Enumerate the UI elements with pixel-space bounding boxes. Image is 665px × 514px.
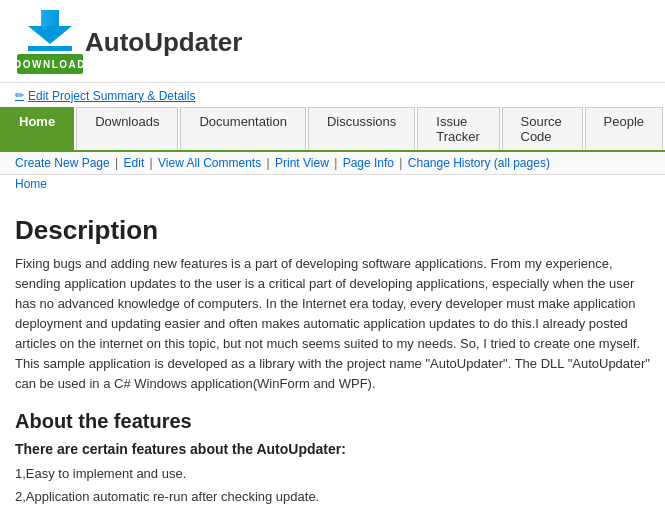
header: DOWNLOAD AutoUpdater — [0, 0, 665, 83]
breadcrumb-home[interactable]: Home — [15, 177, 47, 191]
download-label: DOWNLOAD — [17, 54, 83, 74]
nav-tab-home[interactable]: Home — [0, 107, 74, 150]
app-title: AutoUpdater — [85, 27, 242, 58]
feature-item: 2,Application automatic re-run after che… — [15, 486, 650, 508]
edit-project-link[interactable]: ✏ Edit Project Summary & Details — [15, 89, 195, 103]
features-title: About the features — [15, 410, 650, 433]
print-view-link[interactable]: Print View — [275, 156, 329, 170]
main-content: Description Fixing bugs and adding new f… — [0, 193, 665, 515]
action-bar: Create New Page | Edit | View All Commen… — [0, 152, 665, 175]
pencil-icon: ✏ — [15, 89, 24, 102]
change-history-link[interactable]: Change History (all pages) — [408, 156, 550, 170]
arrow-line — [28, 46, 72, 51]
arrow-shape — [28, 10, 72, 51]
description-title: Description — [15, 215, 650, 246]
edit-link-bar: ✏ Edit Project Summary & Details — [0, 83, 665, 107]
description-text: Fixing bugs and adding new features is a… — [15, 254, 650, 395]
nav-tabs: HomeDownloadsDocumentationDiscussionsIss… — [0, 107, 665, 152]
breadcrumb: Home — [0, 175, 665, 193]
arrow-stem — [41, 10, 59, 26]
edit-project-label: Edit Project Summary & Details — [28, 89, 195, 103]
view-all-comments-link[interactable]: View All Comments — [158, 156, 261, 170]
arrow-head — [28, 26, 72, 44]
nav-tab-documentation[interactable]: Documentation — [180, 107, 305, 150]
nav-tab-people[interactable]: People — [585, 107, 663, 150]
download-logo: DOWNLOAD — [15, 10, 85, 74]
features-subtitle: There are certain features about the Aut… — [15, 441, 650, 457]
nav-tab-discussions[interactable]: Discussions — [308, 107, 415, 150]
feature-item: 1,Easy to implement and use. — [15, 463, 650, 485]
feature-item: 3,Update process transparent to the user… — [15, 508, 650, 514]
page-info-link[interactable]: Page Info — [343, 156, 394, 170]
feature-list: 1,Easy to implement and use.2,Applicatio… — [15, 463, 650, 514]
edit-link[interactable]: Edit — [124, 156, 145, 170]
nav-tab-source-code[interactable]: Source Code — [502, 107, 583, 150]
nav-tab-downloads[interactable]: Downloads — [76, 107, 178, 150]
create-new-page-link[interactable]: Create New Page — [15, 156, 110, 170]
nav-tab-issue-tracker[interactable]: Issue Tracker — [417, 107, 499, 150]
